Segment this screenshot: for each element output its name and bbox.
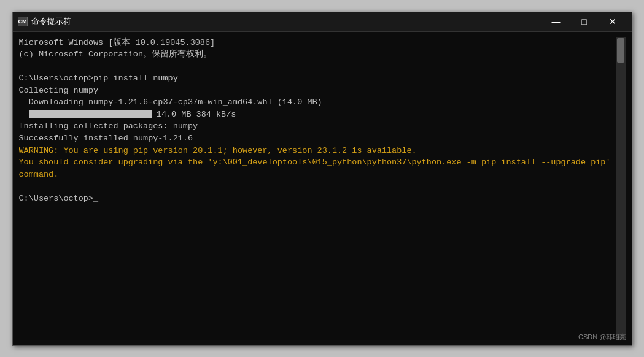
cmd-window: CM 命令提示符 — □ ✕ Microsoft Windows [版本 10.…: [12, 12, 632, 346]
scrollbar[interactable]: [616, 37, 626, 340]
minimize-button[interactable]: —: [542, 12, 570, 31]
terminal-output[interactable]: Microsoft Windows [版本 10.0.19045.3086] (…: [19, 37, 616, 205]
title-bar: CM 命令提示符 — □ ✕: [13, 12, 632, 32]
window-icon: CM: [18, 17, 28, 26]
close-button[interactable]: ✕: [599, 12, 627, 31]
terminal-body: Microsoft Windows [版本 10.0.19045.3086] (…: [13, 32, 632, 345]
watermark: CSDN @韩昭亮: [578, 332, 626, 342]
window-controls: — □ ✕: [542, 12, 627, 31]
window-title: 命令提示符: [31, 16, 542, 27]
maximize-button[interactable]: □: [570, 12, 599, 31]
terminal-content: Microsoft Windows [版本 10.0.19045.3086] (…: [19, 37, 616, 340]
scrollbar-thumb[interactable]: [617, 38, 624, 63]
